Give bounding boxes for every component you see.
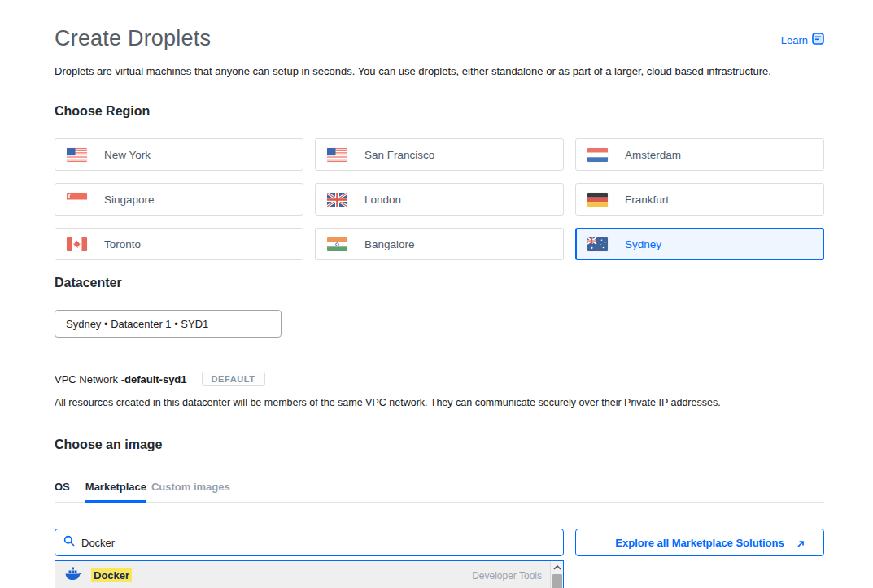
region-card-singapore[interactable]: Singapore [55,183,303,216]
region-label: Frankfurt [625,194,669,206]
tab-custom-images[interactable]: Custom images [151,481,230,502]
region-label: London [364,194,401,206]
search-results-dropdown: Docker Developer Tools An open platform … [55,560,564,588]
region-card-toronto[interactable]: Toronto [55,228,303,260]
us-flag-icon [67,148,87,162]
result-category: Developer Tools [472,570,542,581]
explore-button-label: Explore all Marketplace Solutions [615,537,784,549]
australia-flag-icon [587,237,608,251]
region-card-sydney[interactable]: Sydney [575,228,824,260]
region-label: New York [104,149,151,161]
scrollbar-thumb[interactable] [552,574,562,588]
canada-flag-icon [67,237,87,251]
datacenter-heading: Datacenter [55,276,824,290]
netherlands-flag-icon [587,148,608,162]
datacenter-value: Sydney • Datacenter 1 • SYD1 [66,318,208,330]
vpc-description: All resources created in this datacenter… [55,397,824,408]
docker-whale-icon [64,567,82,584]
scroll-up-arrow-icon[interactable] [551,561,563,573]
page-title: Create Droplets [55,26,211,51]
region-card-london[interactable]: London [315,183,564,216]
vpc-label: VPC Network - [55,373,124,385]
search-query-text: Docker [81,537,115,549]
search-icon [63,535,75,550]
vpc-network-name: default-syd1 [124,373,187,385]
region-card-bangalore[interactable]: Bangalore [315,228,564,260]
dropdown-scrollbar[interactable] [550,561,563,588]
us-flag-icon [327,148,347,162]
region-label: Bangalore [364,238,415,250]
learn-link[interactable]: Learn [781,33,824,47]
region-label: San Francisco [364,149,434,161]
marketplace-search-input[interactable]: Docker [55,529,564,556]
singapore-flag-icon [67,193,87,207]
india-flag-icon [327,237,347,251]
choose-image-heading: Choose an image [55,438,824,452]
page-header: Create Droplets Learn [55,0,824,51]
learn-doc-icon [812,33,824,47]
region-card-new-york[interactable]: New York [55,138,303,171]
text-cursor [116,536,116,549]
region-label: Toronto [104,238,141,250]
choose-region-heading: Choose Region [55,104,824,119]
result-name: Docker [91,568,132,582]
region-label: Amsterdam [625,149,681,161]
vpc-default-badge: DEFAULT [202,372,265,386]
uk-flag-icon [327,193,347,207]
explore-marketplace-button[interactable]: Explore all Marketplace Solutions [575,529,824,556]
region-grid: New York San Francisco Amsterdam Singapo… [55,138,824,260]
tab-marketplace[interactable]: Marketplace [85,481,146,503]
region-card-frankfurt[interactable]: Frankfurt [575,183,824,216]
datacenter-select[interactable]: Sydney • Datacenter 1 • SYD1 [55,310,282,338]
region-label: Sydney [625,238,661,250]
vpc-network-row: VPC Network - default-syd1 DEFAULT [55,372,824,386]
external-link-arrow-icon [796,538,805,552]
germany-flag-icon [587,193,608,207]
marketplace-search-row: Docker Explore all Marketplace Solutions [55,529,824,556]
result-item-docker[interactable]: Docker Developer Tools An open platform … [55,561,563,588]
tab-os[interactable]: OS [55,481,70,502]
learn-label: Learn [781,34,808,46]
create-droplets-page: Create Droplets Learn Droplets are virtu… [0,0,873,588]
image-tabs: OS Marketplace Custom images [55,481,824,503]
page-subtitle: Droplets are virtual machines that anyon… [55,65,824,77]
region-card-amsterdam[interactable]: Amsterdam [575,138,824,171]
region-card-san-francisco[interactable]: San Francisco [315,138,564,171]
region-label: Singapore [104,194,155,206]
